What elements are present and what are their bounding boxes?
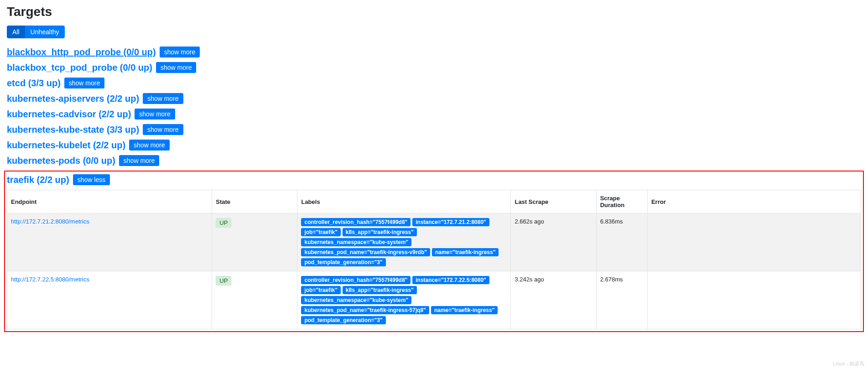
target-link[interactable]: kubernetes-kube-state (3/3 up) [7, 125, 139, 135]
label-badge: controller_revision_hash="7557f499d8" [301, 276, 411, 284]
target-link[interactable]: blackbox_http_pod_probe (0/0 up) [7, 47, 156, 57]
col-labels: Labels [297, 190, 511, 213]
page-title: Targets [7, 5, 861, 19]
scrape-duration-cell: 6.836ms [596, 213, 647, 271]
label-badge: kubernetes_pod_name="traefik-ingress-57j… [301, 306, 429, 314]
filter-unhealthy-button[interactable]: Unhealthy [25, 26, 65, 38]
target-link[interactable]: kubernetes-kubelet (2/2 up) [7, 140, 125, 151]
state-badge: UP [216, 276, 231, 286]
target-row: blackbox_tcp_pod_probe (0/0 up)show more [7, 62, 861, 73]
show-more-button[interactable]: show more [143, 124, 183, 135]
col-error: Error [647, 190, 861, 213]
label-badge: k8s_app="traefik-ingress" [343, 286, 417, 294]
last-scrape-cell: 2.662s ago [511, 213, 596, 271]
endpoints-table: Endpoint State Labels Last Scrape Scrape… [7, 190, 861, 329]
target-row: kubernetes-pods (0/0 up)show more [7, 155, 861, 166]
target-link[interactable]: kubernetes-pods (0/0 up) [7, 156, 115, 166]
label-badge: name="traefik-ingress" [431, 306, 498, 314]
target-row: traefik (2/2 up) show less [7, 174, 861, 185]
target-link[interactable]: kubernetes-apiservers (2/2 up) [7, 94, 139, 104]
target-link[interactable]: kubernetes-cadvisor (2/2 up) [7, 109, 131, 120]
target-link[interactable]: blackbox_tcp_pod_probe (0/0 up) [7, 62, 152, 73]
col-last-scrape: Last Scrape [511, 190, 596, 213]
label-badge: kubernetes_namespace="kube-system" [301, 296, 411, 304]
targets-list: blackbox_http_pod_probe (0/0 up)show mor… [7, 47, 861, 166]
endpoint-link[interactable]: http://172.7.21.2:8080/metrics [11, 218, 89, 225]
scrape-duration-cell: 2.678ms [596, 271, 647, 329]
show-more-button[interactable]: show more [156, 62, 196, 73]
show-more-button[interactable]: show more [135, 109, 175, 120]
table-row: http://172.7.21.2:8080/metricsUPcontroll… [7, 213, 861, 271]
label-badge: k8s_app="traefik-ingress" [343, 228, 417, 236]
label-badge: job="traefik" [301, 228, 340, 236]
last-scrape-cell: 3.242s ago [511, 271, 596, 329]
target-row: kubernetes-kube-state (3/3 up)show more [7, 124, 861, 135]
show-less-button[interactable]: show less [73, 174, 110, 185]
label-badge: controller_revision_hash="7557f499d8" [301, 218, 411, 226]
filter-all-button[interactable]: All [7, 26, 25, 38]
label-badge: job="traefik" [301, 286, 340, 294]
endpoint-link[interactable]: http://172.7.22.5:8080/metrics [11, 276, 89, 283]
label-badge: pod_template_generation="3" [301, 316, 385, 324]
label-badge: kubernetes_namespace="kube-system" [301, 238, 411, 246]
label-badge: pod_template_generation="3" [301, 258, 385, 266]
error-cell [647, 271, 861, 329]
target-row: kubernetes-kubelet (2/2 up)show more [7, 140, 861, 151]
show-more-button[interactable]: show more [129, 140, 169, 151]
filter-group: All Unhealthy [7, 26, 861, 38]
label-badge: instance="172.7.21.2:8080" [412, 218, 489, 226]
state-badge: UP [216, 218, 231, 228]
label-badge: instance="172.7.22.5:8080" [412, 276, 489, 284]
show-more-button[interactable]: show more [119, 155, 159, 166]
label-badge: name="traefik-ingress" [432, 248, 499, 256]
target-link[interactable]: etcd (3/3 up) [7, 78, 61, 88]
target-row: kubernetes-cadvisor (2/2 up)show more [7, 109, 861, 120]
show-more-button[interactable]: show more [143, 93, 183, 104]
col-state: State [212, 190, 297, 213]
target-row: blackbox_http_pod_probe (0/0 up)show mor… [7, 47, 861, 57]
show-more-button[interactable]: show more [64, 78, 104, 88]
expanded-target-box: traefik (2/2 up) show less Endpoint Stat… [4, 171, 864, 332]
col-endpoint: Endpoint [7, 190, 212, 213]
col-scrape-duration: Scrape Duration [596, 190, 647, 213]
error-cell [647, 213, 861, 271]
table-row: http://172.7.22.5:8080/metricsUPcontroll… [7, 271, 861, 329]
label-badge: kubernetes_pod_name="traefik-ingress-v9r… [301, 248, 430, 256]
show-more-button[interactable]: show more [160, 47, 200, 57]
table-header-row: Endpoint State Labels Last Scrape Scrape… [7, 190, 861, 213]
target-row: kubernetes-apiservers (2/2 up)show more [7, 93, 861, 104]
target-link-traefik[interactable]: traefik (2/2 up) [7, 175, 69, 185]
target-row: etcd (3/3 up)show more [7, 78, 861, 88]
